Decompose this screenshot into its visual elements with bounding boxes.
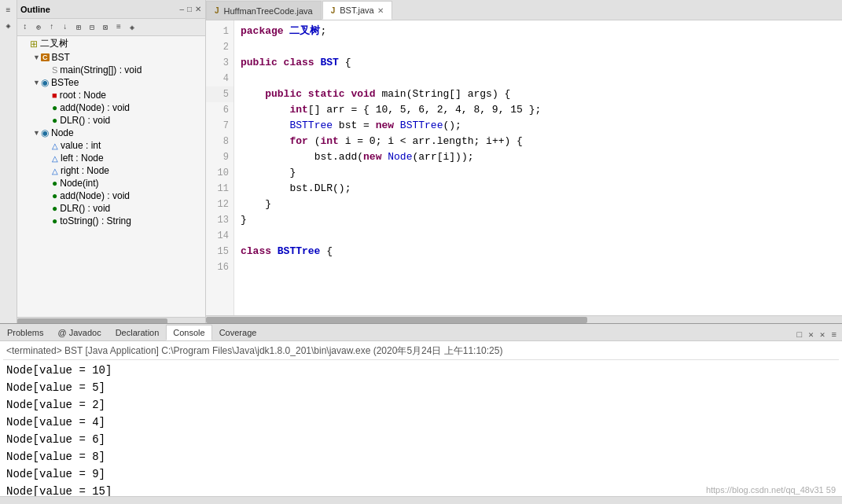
outline-toolbar-x[interactable]: ⊠ — [99, 21, 112, 34]
code-token: } — [241, 214, 247, 226]
code-token: int — [320, 135, 338, 147]
line-number: 12 — [206, 197, 233, 212]
field-triangle-icon: △ — [52, 142, 58, 150]
left-icon-1[interactable]: ≡ — [2, 3, 16, 17]
tree-item[interactable]: △ value : int — [17, 139, 205, 152]
bottom-tab-1[interactable]: @ Javadoc — [50, 325, 108, 340]
bottom-panel: Problems@ JavadocDeclarationConsoleCover… — [0, 323, 842, 504]
line-number: 13 — [206, 212, 233, 228]
bottom-tab-2[interactable]: Declaration — [108, 325, 167, 340]
tab-file-icon: J — [331, 6, 336, 15]
console-line: Node[value = 4] — [6, 414, 836, 431]
tree-label: left : Node — [61, 153, 104, 164]
tree-label: 二叉树 — [40, 37, 68, 50]
bottom-tab-0[interactable]: Problems — [0, 325, 50, 340]
tree-arrow: ▼ — [33, 129, 41, 137]
outline-toolbar-minus[interactable]: ⊟ — [86, 21, 98, 34]
tree-label: BSTee — [51, 77, 79, 88]
code-token — [241, 88, 265, 100]
bottom-tab-3[interactable]: Console — [166, 325, 211, 340]
tree-item[interactable]: ● DLR() : void — [17, 114, 205, 127]
outline-max-icon[interactable]: □ — [186, 4, 193, 14]
code-token — [241, 104, 289, 116]
tree-item[interactable]: ▼ ◉ BSTee — [17, 76, 205, 89]
tree-label: DLR() : void — [60, 203, 110, 214]
bottom-icon-square[interactable]: □ — [795, 329, 805, 340]
code-token — [241, 120, 289, 131]
bottom-icon-close1[interactable]: ✕ — [806, 329, 816, 340]
bottom-icon-close2[interactable]: ✕ — [818, 329, 828, 340]
console-terminated-text: <terminated> BST [Java Application] C:\P… — [3, 343, 839, 360]
code-token: public — [241, 57, 284, 68]
code-line: for (int i = 0; i < arr.length; i++) { — [241, 134, 836, 149]
editor-tabs: J HuffmanTreeCode.java J BST.java ✕ — [206, 0, 842, 20]
tree-label: add(Node) : void — [60, 102, 130, 113]
tab-close-icon[interactable]: ✕ — [377, 6, 384, 15]
tree-item[interactable]: ● toString() : String — [17, 215, 205, 227]
code-token: new — [363, 151, 388, 163]
tree-item[interactable]: ▼ ◉ Node — [17, 127, 205, 139]
outline-header-icons: – □ ✕ — [178, 4, 202, 14]
tree-item[interactable]: ● add(Node) : void — [17, 189, 205, 202]
bottom-tab-4[interactable]: Coverage — [212, 325, 264, 340]
code-line: } — [241, 165, 836, 181]
code-token — [241, 151, 314, 163]
code-token: BST — [320, 57, 338, 68]
outline-toolbar-collapse[interactable]: ↕ — [19, 21, 31, 34]
line-number: 15 — [206, 244, 233, 259]
line-number: 11 — [206, 181, 233, 197]
code-line: class BSTTree { — [241, 244, 836, 259]
code-token: class — [241, 245, 278, 257]
tree-label: add(Node) : void — [60, 190, 130, 201]
editor-tab-0[interactable]: J HuffmanTreeCode.java — [206, 1, 322, 20]
outline-min-icon[interactable]: – — [178, 4, 185, 14]
code-token: bst = — [333, 120, 376, 131]
bottom-icon-menu[interactable]: ≡ — [829, 329, 839, 340]
tree-item[interactable]: △ right : Node — [17, 164, 205, 177]
code-token: { — [339, 57, 351, 68]
console-area: <terminated> BST [Java Application] C:\P… — [0, 341, 842, 496]
tree-item[interactable]: S main(String[]) : void — [17, 64, 205, 76]
outline-toolbar-add[interactable]: ⊕ — [32, 21, 45, 34]
tree-item[interactable]: ⊞ 二叉树 — [17, 36, 205, 51]
code-token: { — [320, 245, 333, 257]
tab-file-icon: J — [215, 6, 219, 15]
tab-label: BST.java — [340, 6, 373, 15]
line-number: 14 — [206, 228, 233, 244]
console-scrollbar-h[interactable] — [0, 496, 842, 504]
outline-toolbar-grid[interactable]: ⊞ — [72, 21, 85, 34]
code-token: BSTTree — [400, 120, 443, 131]
tree-item[interactable]: ● Node(int) — [17, 177, 205, 189]
outline-toolbar-down[interactable]: ↓ — [59, 21, 72, 34]
editor-tab-1[interactable]: J BST.java ✕ — [322, 1, 392, 20]
code-line — [241, 228, 836, 244]
code-token: (); — [443, 120, 461, 131]
code-token: main — [381, 88, 406, 100]
console-line: Node[value = 10] — [6, 362, 836, 379]
outline-toolbar-up[interactable]: ↑ — [46, 21, 58, 34]
outline-toolbar-settings[interactable]: ◈ — [126, 21, 138, 34]
tree-item[interactable]: ▼ C BST — [17, 51, 205, 64]
editor-scrollbar-h[interactable] — [206, 315, 842, 323]
tree-label: right : Node — [61, 165, 109, 176]
outline-close-icon[interactable]: ✕ — [194, 4, 202, 14]
code-token: ; — [320, 25, 326, 37]
tree-item[interactable]: ■ root : Node — [17, 89, 205, 101]
left-icon-2[interactable]: ◈ — [2, 19, 16, 33]
line-number: 3 — [206, 55, 233, 71]
line-number: 6 — [206, 102, 233, 118]
tree-item[interactable]: △ left : Node — [17, 152, 205, 164]
outline-scrollbar[interactable] — [17, 317, 205, 323]
outline-panel: Outline – □ ✕ ↕ ⊕ ↑ ↓ ⊞ ⊟ ⊠ ≡ ◈ — [17, 0, 206, 323]
code-token: class — [284, 57, 321, 68]
code-line — [241, 71, 836, 86]
method-green-icon: ● — [52, 203, 57, 214]
tree-label: Node(int) — [60, 178, 98, 189]
outline-toolbar-lines[interactable]: ≡ — [112, 21, 125, 34]
method-green-icon: ● — [52, 102, 57, 113]
code-area[interactable]: package 二叉树;public class BST { public st… — [234, 20, 842, 315]
tree-item[interactable]: ● add(Node) : void — [17, 101, 205, 114]
method-green-icon: ● — [52, 178, 57, 189]
tree-item[interactable]: ● DLR() : void — [17, 202, 205, 215]
tree-arrow: ▼ — [33, 79, 41, 86]
